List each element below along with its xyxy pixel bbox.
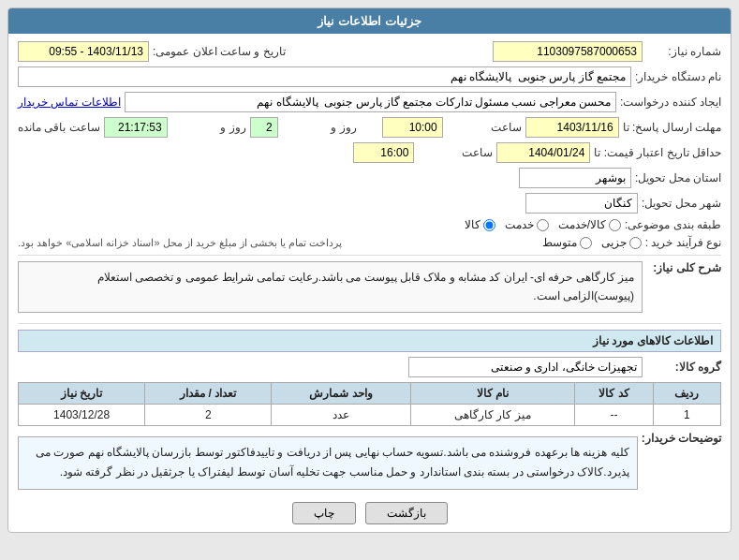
page-title: جزئیات اطلاعات نیاز: [318, 14, 421, 28]
response-remaining-label: ساعت باقی مانده: [18, 121, 100, 134]
group-row: گروه کالا:: [18, 357, 721, 377]
description-text: میز کارگاهی حرفه ای- ایران کد مشابه و مل…: [18, 261, 643, 313]
province-row: استان محل تحویل:: [18, 168, 721, 188]
cell-unit: عدد: [272, 404, 411, 425]
buyer-notes-row: توضیحات خریدار: کلیه هزینه ها برعهده فرو…: [18, 432, 721, 494]
category-label: طبقه بندی موضوعی:: [625, 218, 721, 231]
buyer-row: نام دستگاه خریدار:: [18, 66, 721, 87]
response-deadline-label: مهلت ارسال پاسخ: تا: [623, 121, 721, 134]
cell-qty: 2: [145, 404, 272, 425]
category-option-service[interactable]: خدمت: [505, 218, 549, 231]
price-date-input[interactable]: [496, 142, 590, 163]
city-input[interactable]: [525, 193, 638, 214]
creator-input[interactable]: [125, 92, 616, 112]
group-input[interactable]: [408, 357, 643, 377]
category-radio-group: کالا/خدمت خدمت کالا: [465, 218, 621, 231]
response-time-label: ساعت: [447, 121, 522, 134]
city-row: شهر محل تحویل:: [18, 193, 721, 214]
purchase-type-row: نوع فرآیند خرید : جزیی متوسط پرداخت تمام…: [18, 236, 721, 249]
buyer-label: نام دستگاه خریدار:: [635, 70, 721, 83]
col-qty: تعداد / مقدار: [145, 382, 272, 404]
purchase-type-medium[interactable]: متوسط: [542, 236, 592, 249]
purchase-note: پرداخت تمام یا بخشی از مبلغ خرید از محل …: [18, 237, 342, 249]
cell-code: --: [574, 404, 653, 425]
creator-row: ایجاد کننده درخواست: اطلاعات تماس خریدار: [18, 92, 721, 112]
cell-name: میز کار کارگاهی: [410, 404, 574, 425]
cell-date: 1403/12/28: [19, 404, 145, 425]
purchase-type-label: نوع فرآیند خرید :: [645, 236, 721, 249]
buyer-notes-label: توضیحات خریدار:: [642, 432, 721, 445]
date-label: تاریخ و ساعت اعلان عمومی:: [153, 45, 286, 58]
description-row: شرح کلی نیاز: میز کارگاهی حرفه ای- ایران…: [18, 261, 721, 317]
city-label: شهر محل تحویل:: [642, 197, 721, 210]
col-code: کد کالا: [574, 382, 653, 404]
buyer-notes-text: کلیه هزینه ها برعهده فروشنده می باشد.تسو…: [18, 436, 638, 490]
goods-info-title: اطلاعات کالاهای مورد نیاز: [18, 330, 721, 352]
price-deadline-row: حداقل تاریخ اعتبار قیمت: تا ساعت: [18, 142, 721, 163]
price-time-label: ساعت: [418, 146, 493, 159]
contact-link[interactable]: اطلاعات تماس خریدار: [18, 96, 121, 109]
category-option-goods[interactable]: کالا: [465, 218, 495, 231]
col-name: نام کالا: [410, 382, 574, 404]
response-countdown-input[interactable]: [104, 117, 168, 138]
table-row: 1 -- میز کار کارگاهی عدد 2 1403/12/28: [19, 404, 721, 425]
category-row: طبقه بندی موضوعی: کالا/خدمت خدمت کالا: [18, 218, 721, 231]
price-time-input[interactable]: [353, 142, 414, 163]
col-row: ردیف: [653, 382, 720, 404]
buyer-input[interactable]: [18, 66, 631, 87]
province-input[interactable]: [519, 168, 631, 188]
goods-table: ردیف کد کالا نام کالا واحد شمارش تعداد /…: [18, 382, 721, 426]
date-input[interactable]: [18, 41, 149, 62]
button-row: بازگشت چاپ: [18, 502, 721, 524]
col-date: تاریخ نیاز: [19, 382, 145, 404]
response-countdown-label: روز و: [171, 121, 246, 134]
response-time-input[interactable]: [382, 117, 443, 138]
response-days-label: روز و: [282, 121, 357, 134]
province-label: استان محل تحویل:: [635, 171, 721, 184]
category-option-goods-service[interactable]: کالا/خدمت: [558, 218, 621, 231]
response-days-input[interactable]: [250, 117, 278, 138]
page-header: جزئیات اطلاعات نیاز: [8, 8, 731, 34]
creator-label: ایجاد کننده درخواست:: [620, 96, 721, 109]
order-number-label: شماره نیاز:: [646, 45, 721, 58]
order-number-input[interactable]: [493, 41, 643, 62]
purchase-type-partial[interactable]: جزیی: [601, 236, 642, 249]
description-label: شرح کلی نیاز:: [646, 261, 721, 274]
price-deadline-label: حداقل تاریخ اعتبار قیمت: تا: [594, 146, 721, 159]
order-number-row: شماره نیاز: تاریخ و ساعت اعلان عمومی:: [18, 41, 721, 62]
back-button[interactable]: بازگشت: [365, 502, 448, 524]
print-button[interactable]: چاپ: [292, 502, 356, 524]
response-date-input[interactable]: [525, 117, 619, 138]
response-deadline-row: مهلت ارسال پاسخ: تا ساعت روز و روز و ساع…: [18, 117, 721, 138]
col-unit: واحد شمارش: [272, 382, 411, 404]
purchase-type-radio-group: جزیی متوسط: [542, 236, 642, 249]
group-label: گروه کالا:: [646, 361, 721, 374]
cell-row: 1: [653, 404, 720, 425]
